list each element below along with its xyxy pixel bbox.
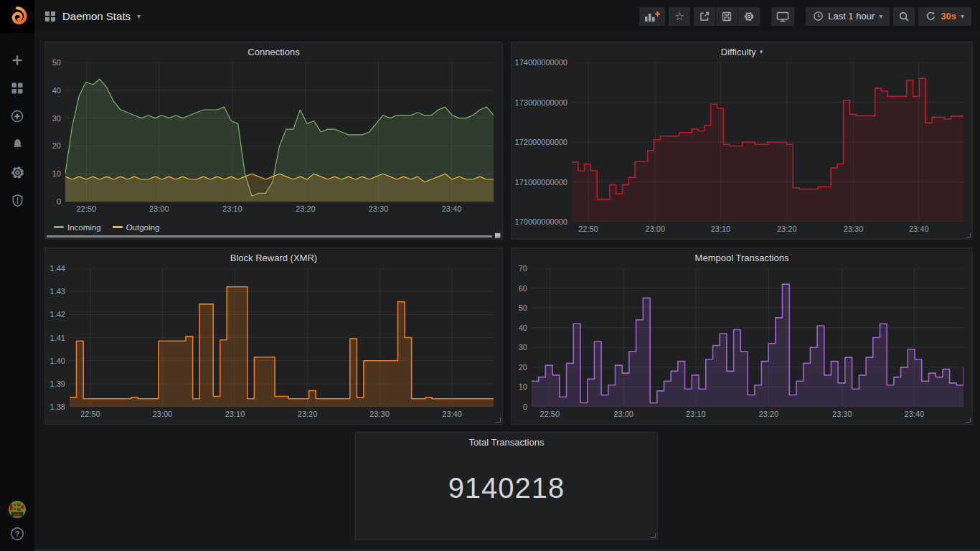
magnifier-icon	[898, 11, 910, 22]
gear-icon	[743, 11, 755, 22]
panel-difficulty: Difficulty ▾ 170000000000171000000000172…	[511, 42, 973, 240]
y-tick-label: 173000000000	[515, 98, 567, 107]
refresh-interval-label: 30s	[941, 11, 956, 22]
x-tick-label: 23:30	[844, 225, 864, 233]
dashboard-title[interactable]: Daemon Stats	[62, 10, 131, 22]
y-tick-label: 10	[519, 382, 527, 391]
time-range-picker[interactable]: Last 1 hour ▾	[806, 7, 890, 26]
panel-header-mempool[interactable]: Mempool Transactions	[512, 248, 972, 267]
side-menu: ?	[0, 0, 34, 551]
panel-block-reward: Block Reward (XMR) 1.381.391.401.411.421…	[44, 248, 503, 425]
y-axis-labels: 010203040506070	[516, 268, 532, 407]
horizontal-scrollbar[interactable]	[47, 235, 492, 237]
x-tick-label: 23:20	[777, 225, 797, 233]
x-tick-label: 22:50	[540, 410, 560, 418]
panel-menu-caret-icon: ▾	[760, 48, 763, 55]
y-tick-label: 1.39	[50, 380, 65, 388]
panel-title: Total Transactions	[469, 437, 545, 448]
sidebar-item-configuration[interactable]	[9, 164, 26, 181]
save-dashboard-button[interactable]	[716, 7, 738, 26]
difficulty-chart	[572, 62, 963, 222]
refresh-picker[interactable]: 30s ▾	[918, 7, 971, 26]
x-tick-label: 22:50	[578, 225, 598, 233]
panel-title: Block Reward (XMR)	[230, 253, 317, 263]
share-icon	[699, 11, 710, 22]
x-tick-label: 22:50	[76, 204, 96, 213]
y-tick-label: 30	[52, 114, 61, 123]
legend-item-outgoing[interactable]: Outgoing	[113, 223, 160, 232]
share-dashboard-button[interactable]	[694, 7, 715, 26]
add-panel-button[interactable]	[639, 7, 665, 26]
x-tick-label: 23:20	[296, 204, 316, 213]
user-avatar[interactable]	[9, 501, 26, 518]
refresh-caret-icon: ▾	[961, 13, 964, 20]
time-range-caret-icon: ▾	[879, 13, 882, 20]
avatar-icon	[9, 500, 26, 519]
shield-icon	[10, 193, 25, 208]
sidebar-item-dashboards[interactable]	[9, 80, 26, 97]
panel-header-total-transactions[interactable]: Total Transactions	[356, 433, 657, 451]
mempool-chart	[532, 268, 963, 407]
panel-title: Difficulty	[721, 47, 756, 57]
x-tick-label: 23:40	[442, 204, 462, 213]
panel-header-block-reward[interactable]: Block Reward (XMR)	[45, 248, 502, 267]
y-tick-label: 0	[523, 402, 527, 411]
y-axis-labels: 1.381.391.401.411.421.431.44	[50, 268, 70, 407]
dashboards-grid-icon	[10, 81, 24, 95]
plus-icon	[10, 53, 24, 67]
x-tick-label: 23:10	[711, 225, 731, 233]
y-tick-label: 170000000000	[515, 217, 567, 226]
panel-header-connections[interactable]: Connections	[45, 42, 502, 61]
y-axis-labels: 1700000000001710000000001720000000001730…	[516, 62, 572, 222]
y-axis-labels: 01020304050	[50, 62, 65, 202]
y-tick-label: 50	[52, 58, 61, 67]
x-axis-labels: 22:5023:0023:1023:2023:3023:40	[532, 407, 963, 421]
gear-icon	[10, 165, 25, 180]
grafana-flame-icon	[6, 5, 29, 28]
sidebar-item-explore[interactable]	[9, 108, 26, 125]
x-tick-label: 23:40	[905, 410, 925, 418]
compass-icon	[9, 108, 25, 124]
plot-area	[70, 268, 494, 407]
y-tick-label: 20	[519, 363, 527, 372]
graph-block-reward: 1.381.391.401.411.421.431.44 22:5023:002…	[50, 268, 494, 421]
cycle-view-mode-button[interactable]	[771, 7, 794, 26]
y-tick-label: 60	[519, 284, 527, 293]
y-tick-label: 70	[519, 264, 527, 273]
x-tick-label: 23:30	[369, 204, 389, 213]
add-panel-icon	[644, 11, 660, 22]
x-tick-label: 23:10	[225, 410, 245, 418]
zoom-out-button[interactable]	[893, 7, 915, 26]
y-tick-label: 30	[519, 343, 527, 352]
dashboard-settings-button[interactable]	[738, 7, 760, 26]
x-axis-labels: 22:5023:0023:1023:2023:3023:40	[572, 222, 963, 236]
panel-mempool: Mempool Transactions 010203040506070 22:…	[511, 248, 973, 425]
x-tick-label: 23:30	[832, 410, 852, 418]
dashboard-nav[interactable]: Daemon Stats ▾	[44, 10, 141, 22]
y-tick-label: 40	[52, 86, 61, 95]
scrollbar-thumb[interactable]	[495, 233, 500, 238]
y-tick-label: 172000000000	[515, 138, 567, 146]
plot-area	[65, 62, 494, 202]
grafana-logo[interactable]	[0, 0, 34, 33]
block-reward-chart	[70, 268, 494, 407]
y-tick-label: 10	[52, 169, 61, 178]
help-button[interactable]: ?	[9, 525, 26, 542]
sidebar-item-alerting[interactable]	[9, 136, 26, 153]
x-tick-label: 23:00	[646, 225, 666, 233]
sidebar-item-server-admin[interactable]	[9, 192, 26, 209]
time-range-label: Last 1 hour	[828, 11, 875, 22]
x-axis-labels: 22:5023:0023:1023:2023:3023:40	[70, 407, 494, 421]
y-tick-label: 40	[519, 324, 527, 332]
legend-item-incoming[interactable]: Incoming	[54, 223, 101, 232]
sidebar-item-create[interactable]	[9, 52, 26, 69]
y-tick-label: 1.43	[50, 287, 65, 296]
x-tick-label: 23:10	[222, 204, 242, 213]
x-tick-label: 23:00	[153, 410, 173, 418]
x-tick-label: 23:00	[149, 204, 169, 213]
question-circle-icon: ?	[9, 526, 25, 542]
panel-header-difficulty[interactable]: Difficulty ▾	[512, 42, 972, 61]
y-tick-label: 1.42	[50, 310, 65, 319]
svg-text:?: ?	[15, 529, 20, 538]
star-dashboard-button[interactable]: ☆	[669, 7, 690, 26]
